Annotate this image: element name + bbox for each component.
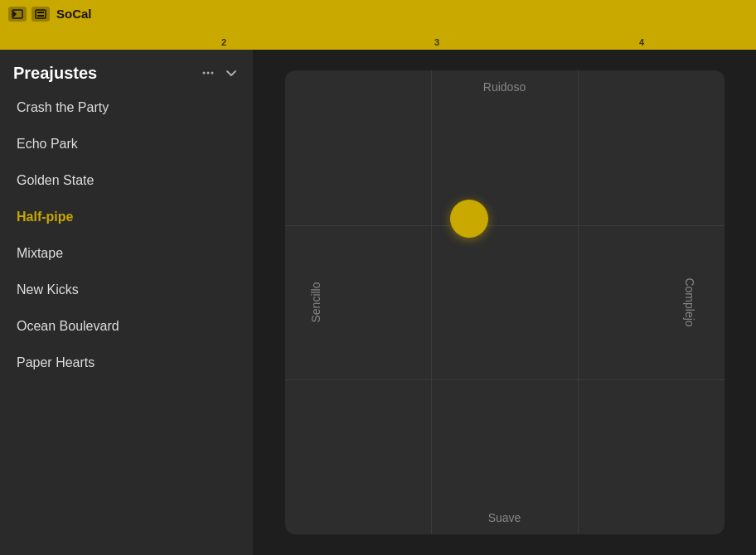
top-bar: SoCal 2 3 4 [0, 0, 756, 50]
chevron-button[interactable] [223, 65, 240, 81]
preset-item-paper-hearts[interactable]: Paper Hearts [0, 345, 253, 381]
preset-item-new-kicks[interactable]: New Kicks [0, 272, 253, 308]
xy-pad-label-left: Sencillo [308, 282, 322, 322]
xy-pad-label-top: Ruidoso [483, 80, 526, 94]
more-button[interactable] [198, 63, 218, 83]
preset-item-echo-park[interactable]: Echo Park [0, 126, 253, 162]
xy-pad-label-right: Complejo [683, 278, 696, 326]
preset-item-mixtape[interactable]: Mixtape [0, 235, 253, 272]
svg-point-7 [211, 72, 214, 75]
top-bar-window-controls [8, 7, 50, 22]
ruler-mark-2: 2 [221, 37, 226, 47]
main-content: Preajustes Crash the PartyEcho ParkGold [0, 50, 756, 555]
ruler-mark-4: 4 [639, 37, 644, 47]
window-icon-2[interactable] [32, 7, 50, 22]
ruler: 2 3 4 [0, 33, 756, 50]
preset-item-crash-the-party[interactable]: Crash the Party [0, 89, 253, 126]
xy-pad[interactable]: Ruidoso Suave Sencillo Complejo [285, 70, 724, 534]
svg-marker-1 [13, 11, 17, 17]
right-panel: Ruidoso Suave Sencillo Complejo [253, 50, 756, 555]
svg-point-6 [207, 72, 210, 75]
sidebar-header-controls [198, 63, 240, 83]
preset-item-golden-state[interactable]: Golden State [0, 162, 253, 199]
preset-item-ocean-boulevard[interactable]: Ocean Boulevard [0, 308, 253, 345]
svg-rect-2 [36, 10, 46, 18]
xy-pad-grid [285, 70, 724, 534]
ruler-mark-3: 3 [434, 37, 439, 47]
xy-dot[interactable] [450, 200, 488, 238]
app-title: SoCal [56, 7, 92, 22]
window-icon-1[interactable] [8, 7, 27, 22]
preset-item-half-pipe[interactable]: Half-pipe [0, 199, 253, 235]
xy-pad-label-bottom: Suave [488, 511, 521, 524]
sidebar: Preajustes Crash the PartyEcho ParkGold [0, 50, 253, 555]
svg-rect-3 [37, 12, 44, 13]
svg-rect-4 [37, 15, 44, 17]
svg-point-5 [203, 72, 206, 75]
preset-list: Crash the PartyEcho ParkGolden StateHalf… [0, 89, 253, 555]
sidebar-title: Preajustes [13, 64, 97, 83]
sidebar-header: Preajustes [0, 50, 253, 89]
